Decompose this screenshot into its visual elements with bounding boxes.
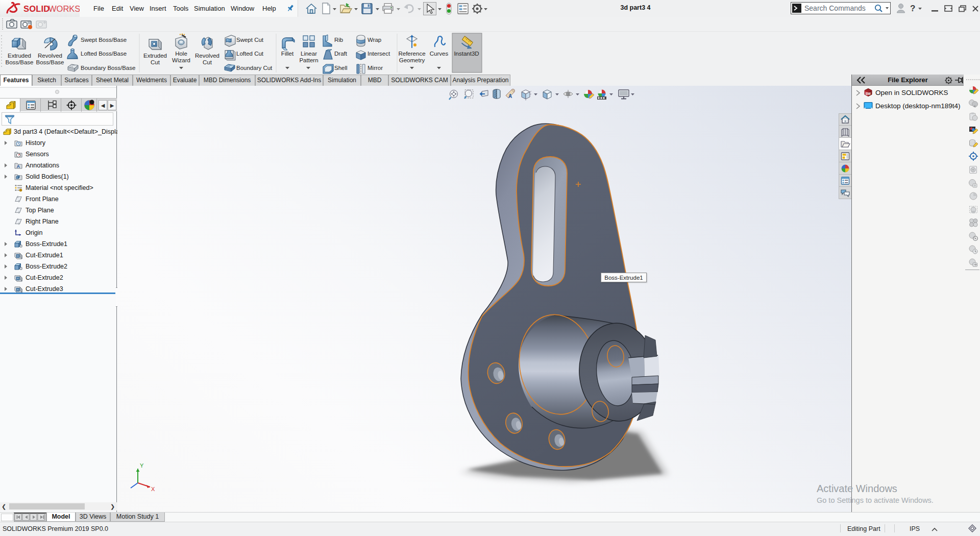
- svg-text:X: X: [151, 486, 155, 492]
- svg-text:?: ?: [910, 4, 915, 13]
- svg-text:SOLID: SOLID: [23, 4, 50, 13]
- svg-text:WORKS: WORKS: [48, 4, 80, 13]
- svg-text:Y: Y: [140, 462, 144, 469]
- svg-text:SW: SW: [866, 92, 871, 95]
